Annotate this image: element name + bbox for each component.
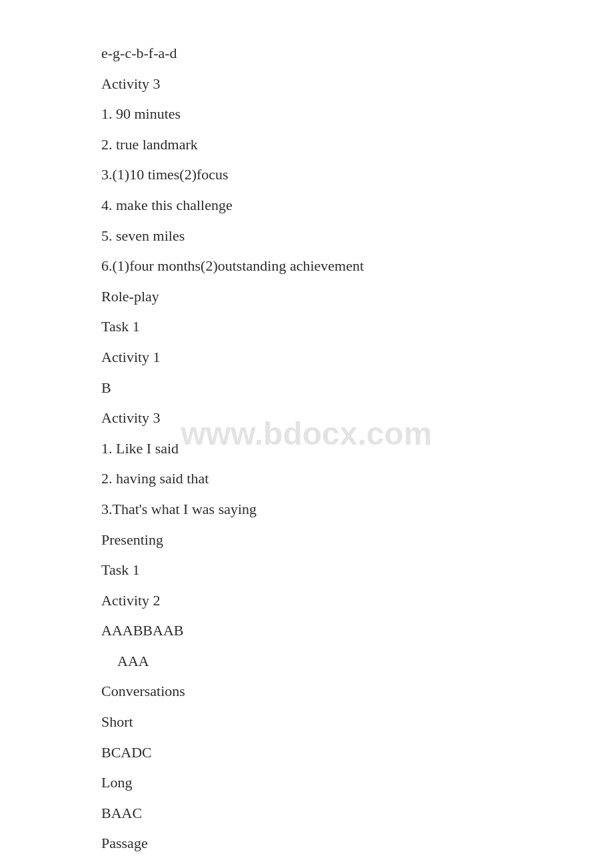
content-line: e-g-c-b-f-a-d — [101, 40, 512, 67]
content-line: Passage — [101, 830, 512, 857]
content-line: Conversations — [101, 678, 512, 705]
content-line: 6.(1)four months(2)outstanding achieveme… — [101, 253, 512, 279]
content-line: Presenting — [101, 527, 512, 553]
content-line: 2. having said that — [101, 465, 512, 492]
content-line: 2. true landmark — [101, 131, 512, 158]
content-line: B — [101, 375, 512, 401]
content-line: 1. 90 minutes — [101, 101, 512, 127]
content-line: Activity 3 — [101, 71, 512, 97]
content-container: e-g-c-b-f-a-dActivity 31. 90 minutes2. t… — [101, 40, 512, 857]
content-line: Task 1 — [101, 313, 512, 340]
content-line: 4. make this challenge — [101, 192, 512, 219]
content-line: Activity 2 — [101, 587, 512, 614]
content-line: AAA — [101, 648, 512, 675]
content-line: 5. seven miles — [101, 223, 512, 249]
content-line: Long — [101, 769, 512, 796]
content-line: BCADC — [101, 739, 512, 766]
content-line: 3.That's what I was saying — [101, 496, 512, 523]
content-line: AAABBAAB — [101, 617, 512, 644]
content-line: 1. Like I said — [101, 435, 512, 462]
content-line: Task 1 — [101, 557, 512, 583]
content-line: Activity 1 — [101, 344, 512, 371]
content-line: Activity 3 — [101, 405, 512, 431]
content-line: BAAC — [101, 800, 512, 827]
content-line: 3.(1)10 times(2)focus — [101, 161, 512, 188]
content-line: Short — [101, 709, 512, 735]
content-line: Role-play — [101, 283, 512, 310]
